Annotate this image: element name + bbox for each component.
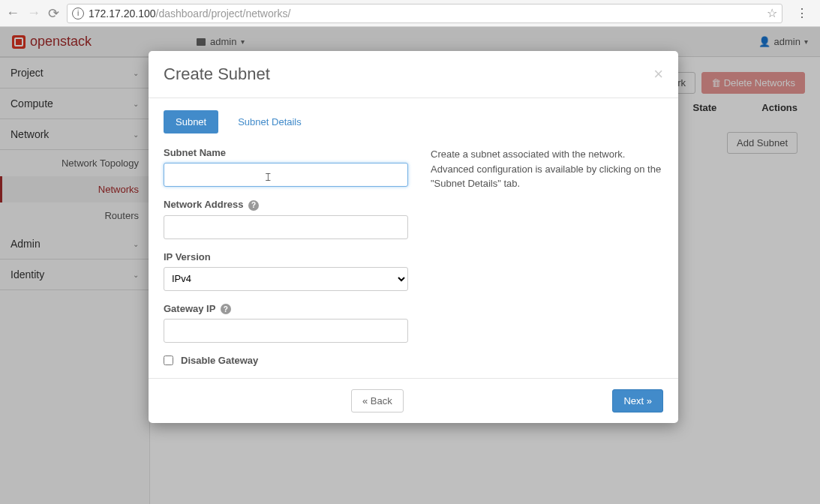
help-icon[interactable]: ? <box>248 200 259 211</box>
help-icon[interactable]: ? <box>221 304 231 314</box>
modal-header: Create Subnet × <box>149 51 678 98</box>
field-network-address: Network Address ? <box>164 199 408 239</box>
gateway-ip-input[interactable] <box>164 319 408 343</box>
label-subnet-name: Subnet Name <box>164 147 408 158</box>
label-gateway-ip: Gateway IP ? <box>164 303 408 315</box>
next-button[interactable]: Next » <box>612 389 663 412</box>
form-help-text: Create a subnet associated with the netw… <box>431 147 663 366</box>
forward-button[interactable]: → <box>27 5 41 21</box>
field-subnet-name: Subnet Name <box>164 147 408 187</box>
reload-button[interactable]: ⟳ <box>48 5 59 22</box>
field-ip-version: IP Version IPv4 <box>164 251 408 291</box>
form-columns: Subnet Name Network Address ? IP Version… <box>164 147 663 366</box>
network-address-input[interactable] <box>164 215 408 239</box>
ip-version-select[interactable]: IPv4 <box>164 267 408 291</box>
bookmark-star-icon[interactable]: ☆ <box>767 6 777 20</box>
tab-subnet[interactable]: Subnet <box>164 110 218 134</box>
disable-gateway-checkbox[interactable] <box>164 356 173 365</box>
form-left: Subnet Name Network Address ? IP Version… <box>164 147 408 366</box>
browser-toolbar: ← → ⟳ i 172.17.20.100/dashboard/project/… <box>0 0 820 27</box>
create-subnet-modal: Create Subnet × Subnet Subnet Details Su… <box>149 51 678 423</box>
label-disable-gateway: Disable Gateway <box>181 355 258 366</box>
modal-title: Create Subnet <box>164 64 270 84</box>
back-button[interactable]: ← <box>6 5 20 21</box>
browser-menu-icon[interactable]: ⋮ <box>790 6 814 20</box>
modal-footer: « Back Next » <box>149 378 678 423</box>
modal-tabs: Subnet Subnet Details <box>164 110 663 134</box>
subnet-name-input[interactable] <box>164 163 408 187</box>
site-info-icon[interactable]: i <box>72 8 84 20</box>
address-bar[interactable]: i 172.17.20.100/dashboard/project/networ… <box>67 4 782 23</box>
browser-nav: ← → ⟳ <box>6 5 59 22</box>
url-text: 172.17.20.100/dashboard/project/networks… <box>89 8 290 20</box>
back-button[interactable]: « Back <box>351 389 404 412</box>
field-disable-gateway: Disable Gateway <box>164 355 408 366</box>
label-network-address: Network Address ? <box>164 199 408 211</box>
tab-subnet-details[interactable]: Subnet Details <box>226 110 314 134</box>
close-icon[interactable]: × <box>653 64 663 84</box>
modal-body: Subnet Subnet Details Subnet Name Networ… <box>149 98 678 378</box>
label-ip-version: IP Version <box>164 251 408 262</box>
field-gateway-ip: Gateway IP ? <box>164 303 408 344</box>
